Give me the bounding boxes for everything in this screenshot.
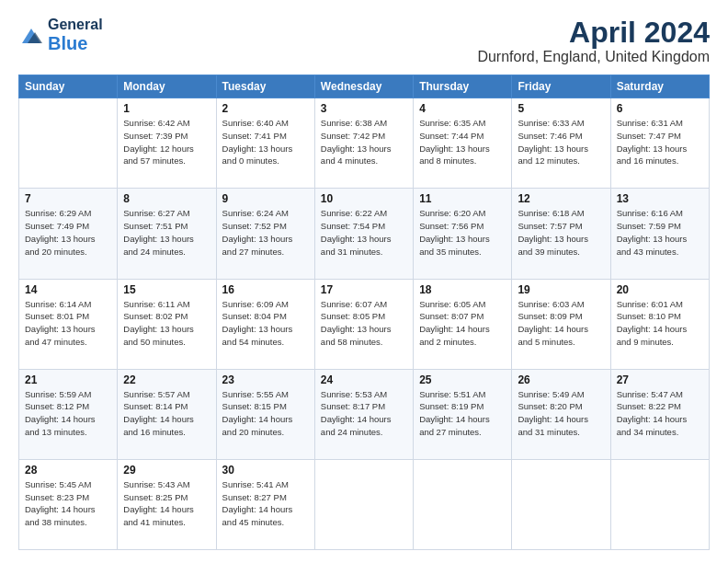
calendar-cell: 8Sunrise: 6:27 AMSunset: 7:51 PMDaylight…	[118, 189, 216, 279]
day-number: 8	[123, 192, 210, 205]
day-number: 21	[25, 373, 111, 386]
calendar-cell: 29Sunrise: 5:43 AMSunset: 8:25 PMDayligh…	[118, 459, 216, 549]
day-number: 16	[222, 283, 309, 296]
logo-icon	[18, 23, 44, 49]
calendar-cell: 1Sunrise: 6:42 AMSunset: 7:39 PMDaylight…	[118, 98, 216, 189]
day-info: Sunrise: 5:51 AMSunset: 8:19 PMDaylight:…	[419, 388, 506, 439]
day-number: 10	[321, 192, 407, 205]
calendar-cell	[414, 459, 512, 549]
day-info: Sunrise: 6:29 AMSunset: 7:49 PMDaylight:…	[25, 207, 111, 258]
calendar-cell: 26Sunrise: 5:49 AMSunset: 8:20 PMDayligh…	[512, 369, 610, 459]
day-number: 15	[123, 283, 210, 296]
day-info: Sunrise: 5:45 AMSunset: 8:23 PMDaylight:…	[25, 478, 111, 529]
calendar-cell: 15Sunrise: 6:11 AMSunset: 8:02 PMDayligh…	[118, 279, 216, 369]
day-number: 9	[222, 192, 309, 205]
calendar-cell: 20Sunrise: 6:01 AMSunset: 8:10 PMDayligh…	[610, 279, 709, 369]
calendar-cell: 19Sunrise: 6:03 AMSunset: 8:09 PMDayligh…	[512, 279, 610, 369]
day-number: 19	[518, 283, 604, 296]
day-number: 14	[25, 283, 111, 296]
header: General Blue April 2024 Durnford, Englan…	[18, 17, 710, 65]
day-info: Sunrise: 6:18 AMSunset: 7:57 PMDaylight:…	[518, 207, 604, 258]
day-info: Sunrise: 6:42 AMSunset: 7:39 PMDaylight:…	[123, 117, 210, 167]
calendar-week-4: 21Sunrise: 5:59 AMSunset: 8:12 PMDayligh…	[19, 369, 710, 459]
calendar-table: Sunday Monday Tuesday Wednesday Thursday…	[18, 75, 710, 550]
calendar-cell: 5Sunrise: 6:33 AMSunset: 7:46 PMDaylight…	[512, 98, 610, 189]
calendar-cell: 24Sunrise: 5:53 AMSunset: 8:17 PMDayligh…	[314, 369, 413, 459]
day-number: 7	[25, 192, 111, 205]
day-number: 27	[617, 373, 703, 386]
day-info: Sunrise: 6:05 AMSunset: 8:07 PMDaylight:…	[419, 298, 506, 349]
day-number: 28	[25, 464, 111, 477]
day-number: 30	[222, 464, 309, 477]
logo-name: General Blue	[48, 17, 103, 54]
day-info: Sunrise: 6:35 AMSunset: 7:44 PMDaylight:…	[419, 117, 506, 167]
calendar-cell: 3Sunrise: 6:38 AMSunset: 7:42 PMDaylight…	[314, 98, 413, 189]
calendar-cell	[512, 459, 610, 549]
day-number: 23	[222, 373, 309, 386]
location-title: Durnford, England, United Kingdom	[477, 49, 710, 65]
calendar-page: General Blue April 2024 Durnford, Englan…	[0, 0, 728, 563]
day-number: 20	[617, 283, 703, 296]
col-sunday: Sunday	[19, 75, 118, 98]
calendar-week-3: 14Sunrise: 6:14 AMSunset: 8:01 PMDayligh…	[19, 279, 710, 369]
day-info: Sunrise: 6:07 AMSunset: 8:05 PMDaylight:…	[321, 298, 407, 349]
calendar-cell	[610, 459, 709, 549]
logo-general-text: General	[48, 17, 103, 33]
calendar-cell: 18Sunrise: 6:05 AMSunset: 8:07 PMDayligh…	[414, 279, 512, 369]
day-number: 18	[419, 283, 506, 296]
day-info: Sunrise: 6:24 AMSunset: 7:52 PMDaylight:…	[222, 207, 309, 258]
calendar-cell	[314, 459, 413, 549]
day-number: 12	[518, 192, 604, 205]
calendar-cell: 23Sunrise: 5:55 AMSunset: 8:15 PMDayligh…	[216, 369, 314, 459]
col-wednesday: Wednesday	[314, 75, 413, 98]
day-info: Sunrise: 5:41 AMSunset: 8:27 PMDaylight:…	[222, 478, 309, 529]
calendar-cell: 2Sunrise: 6:40 AMSunset: 7:41 PMDaylight…	[216, 98, 314, 189]
title-block: April 2024 Durnford, England, United Kin…	[477, 17, 710, 65]
calendar-cell: 11Sunrise: 6:20 AMSunset: 7:56 PMDayligh…	[414, 189, 512, 279]
day-number: 17	[321, 283, 407, 296]
day-info: Sunrise: 5:53 AMSunset: 8:17 PMDaylight:…	[321, 388, 407, 439]
col-monday: Monday	[118, 75, 216, 98]
day-number: 25	[419, 373, 506, 386]
day-info: Sunrise: 6:31 AMSunset: 7:47 PMDaylight:…	[617, 117, 703, 167]
day-number: 3	[321, 102, 407, 115]
calendar-cell: 21Sunrise: 5:59 AMSunset: 8:12 PMDayligh…	[19, 369, 118, 459]
day-number: 22	[123, 373, 210, 386]
col-tuesday: Tuesday	[216, 75, 314, 98]
day-number: 4	[419, 102, 506, 115]
day-info: Sunrise: 6:14 AMSunset: 8:01 PMDaylight:…	[25, 298, 111, 349]
day-info: Sunrise: 6:33 AMSunset: 7:46 PMDaylight:…	[518, 117, 604, 167]
calendar-cell: 9Sunrise: 6:24 AMSunset: 7:52 PMDaylight…	[216, 189, 314, 279]
calendar-cell: 14Sunrise: 6:14 AMSunset: 8:01 PMDayligh…	[19, 279, 118, 369]
calendar-cell: 10Sunrise: 6:22 AMSunset: 7:54 PMDayligh…	[314, 189, 413, 279]
month-title: April 2024	[477, 17, 710, 49]
day-number: 1	[123, 102, 210, 115]
logo-blue-text: Blue	[48, 33, 103, 54]
day-number: 29	[123, 464, 210, 477]
calendar-cell: 28Sunrise: 5:45 AMSunset: 8:23 PMDayligh…	[19, 459, 118, 549]
calendar-cell: 17Sunrise: 6:07 AMSunset: 8:05 PMDayligh…	[314, 279, 413, 369]
calendar-week-1: 1Sunrise: 6:42 AMSunset: 7:39 PMDaylight…	[19, 98, 710, 189]
day-info: Sunrise: 6:09 AMSunset: 8:04 PMDaylight:…	[222, 298, 309, 349]
day-info: Sunrise: 6:16 AMSunset: 7:59 PMDaylight:…	[617, 207, 703, 258]
day-info: Sunrise: 6:27 AMSunset: 7:51 PMDaylight:…	[123, 207, 210, 258]
day-number: 6	[617, 102, 703, 115]
calendar-cell: 12Sunrise: 6:18 AMSunset: 7:57 PMDayligh…	[512, 189, 610, 279]
header-row: Sunday Monday Tuesday Wednesday Thursday…	[19, 75, 710, 98]
day-info: Sunrise: 6:11 AMSunset: 8:02 PMDaylight:…	[123, 298, 210, 349]
day-info: Sunrise: 5:57 AMSunset: 8:14 PMDaylight:…	[123, 388, 210, 439]
day-info: Sunrise: 6:40 AMSunset: 7:41 PMDaylight:…	[222, 117, 309, 167]
logo: General Blue	[18, 17, 103, 54]
day-number: 5	[518, 102, 604, 115]
calendar-cell: 6Sunrise: 6:31 AMSunset: 7:47 PMDaylight…	[610, 98, 709, 189]
calendar-cell: 13Sunrise: 6:16 AMSunset: 7:59 PMDayligh…	[610, 189, 709, 279]
day-info: Sunrise: 6:03 AMSunset: 8:09 PMDaylight:…	[518, 298, 604, 349]
col-friday: Friday	[512, 75, 610, 98]
day-number: 26	[518, 373, 604, 386]
calendar-week-5: 28Sunrise: 5:45 AMSunset: 8:23 PMDayligh…	[19, 459, 710, 549]
day-info: Sunrise: 6:38 AMSunset: 7:42 PMDaylight:…	[321, 117, 407, 167]
day-info: Sunrise: 6:20 AMSunset: 7:56 PMDaylight:…	[419, 207, 506, 258]
day-info: Sunrise: 6:22 AMSunset: 7:54 PMDaylight:…	[321, 207, 407, 258]
calendar-cell: 7Sunrise: 6:29 AMSunset: 7:49 PMDaylight…	[19, 189, 118, 279]
calendar-cell: 27Sunrise: 5:47 AMSunset: 8:22 PMDayligh…	[610, 369, 709, 459]
